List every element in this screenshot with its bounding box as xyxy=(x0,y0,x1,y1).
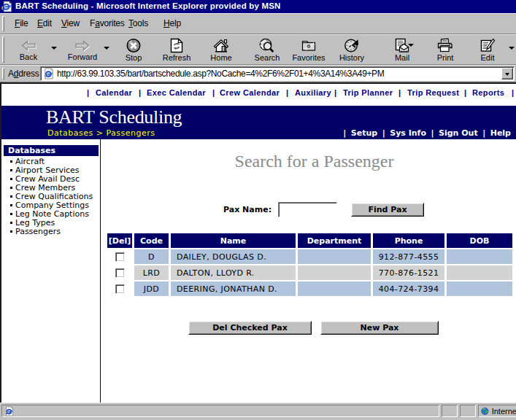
status-panel xyxy=(442,405,458,417)
nav-link-trip-request[interactable]: Trip Request xyxy=(407,88,459,97)
toolbar-button-stop[interactable]: Stop xyxy=(112,38,155,65)
col-code: Code xyxy=(134,233,169,248)
ie-logo-icon xyxy=(1,1,13,12)
toolbar-chevron[interactable] xyxy=(509,47,515,50)
home-icon xyxy=(212,38,230,53)
forward-dropdown-arrow[interactable] xyxy=(104,47,109,50)
menu-help[interactable]: Help xyxy=(163,18,181,28)
menu-file[interactable]: File xyxy=(15,18,28,28)
favorites-icon xyxy=(300,38,317,53)
table-row: LRD DALTON, LLOYD R. 770-876-1521 xyxy=(107,265,512,280)
app-header-band: BART Scheduling Databases > Passengers |… xyxy=(1,106,516,139)
nav-link-crew-calendar[interactable]: Crew Calendar xyxy=(220,88,280,97)
nav-separator: | xyxy=(464,88,466,97)
address-url: http://63.99.103.35/bart/bartschedule.as… xyxy=(57,69,384,79)
row-checkbox[interactable] xyxy=(115,252,125,262)
status-panel xyxy=(460,405,476,417)
new-pax-button[interactable]: New Pax xyxy=(320,321,439,335)
nav-separator: | xyxy=(334,88,336,97)
toolbar-button-history[interactable]: History xyxy=(330,38,374,65)
col-name: Name xyxy=(171,233,296,248)
header-link-sign-out[interactable]: Sign Out xyxy=(439,128,478,138)
nav-separator: | xyxy=(286,88,288,97)
window-title: BART Scheduling - Microsoft Internet Exp… xyxy=(15,1,281,10)
address-bar: Address http://63.99.103.35/bart/bartsch… xyxy=(0,65,516,82)
header-links: | Setup | Sys Info | Sign Out | Help xyxy=(343,128,511,138)
sidebar-item-passengers[interactable]: Passengers xyxy=(1,228,99,236)
stop-icon xyxy=(126,38,142,53)
address-input[interactable]: http://63.99.103.35/bart/bartschedule.as… xyxy=(40,66,515,81)
header-links-separator: | xyxy=(482,128,485,138)
header-links-separator: | xyxy=(382,128,385,138)
sidebar-title: Databases xyxy=(4,145,99,156)
del-checked-pax-button[interactable]: Del Checked Pax xyxy=(188,321,312,335)
header-link-setup[interactable]: Setup xyxy=(351,128,377,138)
nav-link-calendar[interactable]: Calendar xyxy=(96,88,132,97)
app-title: BART Scheduling xyxy=(46,106,182,128)
globe-icon xyxy=(481,406,489,416)
header-link-help[interactable]: Help xyxy=(490,128,511,138)
nav-link-trip-planner[interactable]: Trip Planner xyxy=(343,88,393,97)
print-icon xyxy=(436,38,454,53)
history-icon xyxy=(343,38,361,53)
nav-link-auxiliary[interactable]: Auxiliary xyxy=(295,88,331,97)
back-dropdown-arrow[interactable] xyxy=(51,47,57,50)
nav-link-exec-calendar[interactable]: Exec Calendar xyxy=(147,88,206,97)
toolbar-grip[interactable] xyxy=(2,36,4,63)
page-title: Search for a Passenger xyxy=(101,152,516,171)
passenger-name-link[interactable]: DALTON, LLOYD R. xyxy=(171,265,296,280)
toolbar-button-edit[interactable]: Edit xyxy=(466,38,509,65)
toolbar-button-favorites[interactable]: Favorites xyxy=(287,38,331,65)
col-phone: Phone xyxy=(373,233,444,248)
col-dob: DOB xyxy=(447,233,512,248)
address-label: Address xyxy=(8,69,39,79)
addressbar-grip[interactable] xyxy=(2,68,4,79)
menu-bar: File Edit View Favorites Tools Help xyxy=(0,13,516,34)
menu-edit[interactable]: Edit xyxy=(37,18,52,28)
nav-separator: | xyxy=(398,88,401,97)
status-zone-panel: Internet xyxy=(478,405,516,417)
mail-dropdown-arrow[interactable] xyxy=(408,44,414,47)
passenger-name-link[interactable]: DEERING, JONATHAN D. xyxy=(171,281,296,296)
row-checkbox[interactable] xyxy=(115,268,125,278)
toolbar: Back Forward Stop xyxy=(0,34,516,65)
pax-name-input[interactable] xyxy=(278,202,337,217)
pax-name-label: Pax Name: xyxy=(223,205,272,214)
status-bar: Internet xyxy=(0,402,516,420)
find-pax-button[interactable]: Find Pax xyxy=(351,203,424,217)
menu-favorites[interactable]: Favorites xyxy=(90,18,125,28)
sidebar-menu: Aircraft Airport Services Crew Avail Des… xyxy=(1,158,99,236)
address-dropdown-button[interactable] xyxy=(501,68,513,79)
toolbar-button-mail[interactable]: Mail xyxy=(380,38,424,65)
table-row: JDD DEERING, JONATHAN D. 404-724-7394 xyxy=(107,281,512,296)
sidebar-divider xyxy=(100,139,101,402)
page-content: | Calendar | Exec Calendar | Crew Calend… xyxy=(0,82,516,402)
toolbar-button-forward[interactable]: Forward xyxy=(61,38,104,65)
browser-window: BART Scheduling - Microsoft Internet Exp… xyxy=(0,0,516,420)
menu-view[interactable]: View xyxy=(61,18,80,28)
row-checkbox[interactable] xyxy=(115,284,125,294)
nav-separator: | xyxy=(87,88,89,97)
menu-tools[interactable]: Tools xyxy=(128,18,148,28)
nav-separator: | xyxy=(512,88,514,97)
back-icon xyxy=(19,38,38,52)
toolbar-button-print[interactable]: Print xyxy=(423,38,467,65)
toolbar-button-back[interactable]: Back xyxy=(7,38,50,65)
header-links-separator: | xyxy=(431,128,434,138)
header-link-sys-info[interactable]: Sys Info xyxy=(390,128,426,138)
passenger-name-link[interactable]: DAILEY, DOUGLAS D. xyxy=(171,249,296,264)
nav-separator: | xyxy=(212,88,215,97)
nav-separator: | xyxy=(139,88,141,97)
toolbar-button-search[interactable]: Search xyxy=(245,38,289,65)
toolbar-button-refresh[interactable]: Refresh xyxy=(155,38,199,65)
passenger-table: [Del] Code Name Department Phone DOB D D… xyxy=(105,232,515,298)
menubar-grip[interactable] xyxy=(2,16,4,31)
status-message-panel xyxy=(1,405,439,417)
page-favicon-icon xyxy=(43,68,55,79)
table-row: D DAILEY, DOUGLAS D. 912-877-4555 xyxy=(107,249,512,264)
col-del: [Del] xyxy=(107,233,132,248)
toolbar-button-home[interactable]: Home xyxy=(199,38,243,65)
edit-icon xyxy=(479,38,496,53)
forward-icon xyxy=(73,38,92,52)
nav-link-reports[interactable]: Reports xyxy=(472,88,504,97)
